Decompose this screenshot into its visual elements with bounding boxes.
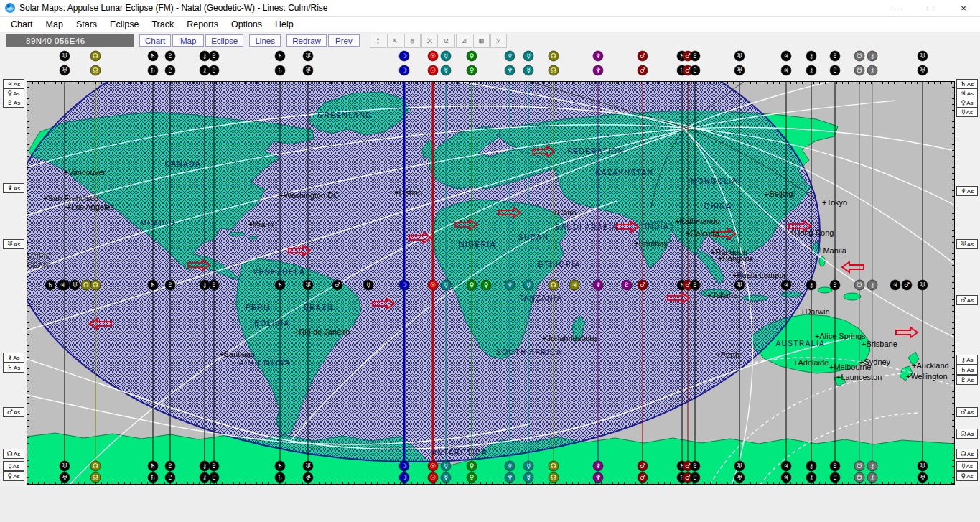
planet-glyph-badge: ☿ bbox=[441, 65, 451, 75]
planet-glyph-badge: ♂ bbox=[638, 461, 648, 471]
delete-lines-tool-button[interactable] bbox=[421, 34, 438, 48]
planet-glyph-badge: ♇ bbox=[830, 280, 840, 290]
planet-glyph-badge: ☽ bbox=[399, 65, 409, 75]
svg-text:☽: ☽ bbox=[401, 462, 407, 470]
close-button[interactable]: × bbox=[947, 0, 980, 16]
planet-glyph-badge: ♆ bbox=[593, 472, 603, 483]
svg-text:⚷: ⚷ bbox=[202, 67, 207, 74]
svg-text:♅: ♅ bbox=[920, 462, 925, 470]
planet-glyph-badge: ♄ bbox=[45, 280, 55, 290]
planet-glyph-badge: ☽ bbox=[399, 51, 409, 61]
planet-glyph-badge: ☿ bbox=[441, 280, 451, 290]
chart-button[interactable]: Chart bbox=[139, 34, 171, 47]
margin-angle-label: ☊As bbox=[956, 429, 978, 439]
country-label: SOUTH AFRICA bbox=[496, 348, 562, 356]
angle-abbreviation: As bbox=[967, 188, 974, 195]
planet-glyph-badge: ☿ bbox=[441, 51, 451, 61]
planet-glyph-badge: ♄ bbox=[148, 51, 158, 61]
svg-text:☋: ☋ bbox=[857, 281, 862, 289]
menu-item-help[interactable]: Help bbox=[269, 18, 300, 31]
world-map[interactable]: +Vancouver+San Francisco+Los Angeles+Was… bbox=[27, 49, 955, 487]
prev-button[interactable]: Prev bbox=[328, 34, 360, 47]
lines-button[interactable]: Lines bbox=[249, 34, 281, 47]
pan-view-tool-button[interactable] bbox=[456, 34, 472, 48]
report-grid-tool-button[interactable] bbox=[473, 34, 490, 48]
planet-glyph-badge: ♅ bbox=[734, 472, 745, 483]
planet-glyph-badge: ♅ bbox=[60, 472, 70, 483]
planet-glyph: ♆ bbox=[961, 188, 966, 195]
svg-text:♆: ♆ bbox=[507, 462, 513, 470]
svg-text:⚷: ⚷ bbox=[202, 474, 207, 481]
svg-text:♆: ♆ bbox=[507, 281, 513, 289]
menu-item-reports[interactable]: Reports bbox=[180, 18, 225, 31]
city-label: +Perth bbox=[716, 350, 739, 359]
planet-glyph-badge: ♃ bbox=[781, 51, 791, 61]
country-label: BRAZIL bbox=[304, 304, 335, 312]
svg-text:♇: ♇ bbox=[692, 52, 698, 60]
redraw-button[interactable]: Redraw bbox=[286, 34, 327, 47]
map-button[interactable]: Map bbox=[172, 34, 204, 47]
delete-lines-tool-icon bbox=[426, 34, 433, 48]
svg-text:♅: ♅ bbox=[737, 67, 742, 74]
menu-item-options[interactable]: Options bbox=[225, 18, 269, 31]
planet-glyph-badge: ☋ bbox=[854, 51, 864, 61]
city-label: +Vancouver bbox=[64, 168, 106, 177]
pan-view-tool-icon bbox=[461, 34, 467, 48]
planet-glyph-badge: ♇ bbox=[209, 65, 219, 75]
city-label: +Hong Kong bbox=[790, 228, 834, 237]
country-label: KAZAKHSTAN bbox=[596, 169, 654, 177]
pin-tool-button[interactable] bbox=[370, 34, 386, 48]
zoom-tool-button[interactable] bbox=[387, 34, 403, 48]
angle-abbreviation: As bbox=[966, 463, 973, 470]
city-label: +Bombay bbox=[634, 239, 668, 248]
titlebar: Solar Maps: Appulse Lunar Eclipse (FM) -… bbox=[0, 0, 980, 17]
planet-glyph-badge: ♄ bbox=[148, 461, 158, 471]
menu-item-chart[interactable]: Chart bbox=[4, 18, 39, 31]
margin-angle-label: ♂As bbox=[3, 407, 24, 417]
planet-glyph-badge: ♃ bbox=[781, 65, 791, 75]
svg-text:☿: ☿ bbox=[444, 281, 448, 289]
planet-glyph-badge: ♅ bbox=[734, 280, 745, 290]
svg-text:♇: ♇ bbox=[692, 67, 698, 74]
angle-abbreviation: As bbox=[967, 377, 974, 383]
svg-text:♆: ♆ bbox=[595, 462, 601, 470]
margin-angle-label: ♆As bbox=[956, 186, 978, 196]
planet-glyph-badge: ♄ bbox=[275, 461, 285, 471]
planet-glyph: ♂ bbox=[961, 297, 966, 304]
svg-text:☉: ☉ bbox=[430, 67, 436, 74]
planet-glyph-badge: ⚷ bbox=[867, 65, 877, 75]
svg-text:☋: ☋ bbox=[857, 474, 862, 481]
pan-hand-tool-button[interactable] bbox=[404, 34, 421, 48]
planet-glyph-badge: ♇ bbox=[830, 461, 840, 471]
lines-button-group: Lines bbox=[249, 34, 281, 47]
maximize-button[interactable]: □ bbox=[914, 0, 947, 16]
menu-item-map[interactable]: Map bbox=[39, 18, 70, 31]
svg-text:♇: ♇ bbox=[624, 281, 630, 289]
svg-text:♀: ♀ bbox=[470, 281, 475, 289]
zoom-extents-tool-button[interactable] bbox=[439, 34, 455, 48]
svg-text:⚷: ⚷ bbox=[202, 281, 207, 289]
angle-abbreviation: As bbox=[14, 365, 20, 371]
svg-text:☿: ☿ bbox=[444, 474, 448, 481]
menu-item-stars[interactable]: Stars bbox=[70, 18, 103, 31]
svg-text:☊: ☊ bbox=[551, 52, 556, 60]
country-label: VENEZUELA bbox=[253, 268, 306, 276]
planet-glyph-badge: ⚷ bbox=[867, 461, 877, 471]
svg-text:♅: ♅ bbox=[62, 52, 67, 60]
country-label: CANADA bbox=[165, 160, 202, 168]
menu-item-eclipse[interactable]: Eclipse bbox=[103, 18, 145, 31]
svg-text:☿: ☿ bbox=[444, 52, 448, 60]
svg-text:☊: ☊ bbox=[93, 281, 98, 289]
minimize-button[interactable]: – bbox=[881, 0, 914, 16]
coordinate-display: 89N40 056E46 bbox=[6, 34, 134, 47]
planet-glyph-badge: ⚷ bbox=[867, 472, 877, 483]
planet-glyph-badge: ☊ bbox=[549, 472, 559, 483]
svg-text:☉: ☉ bbox=[430, 462, 436, 470]
planet-glyph: ♃ bbox=[7, 81, 13, 88]
menu-item-track[interactable]: Track bbox=[145, 18, 180, 31]
svg-text:♇: ♇ bbox=[832, 462, 838, 470]
margin-angle-label: ☿As bbox=[956, 461, 978, 471]
eclipse-button[interactable]: Eclipse bbox=[205, 34, 243, 47]
line-tools-button[interactable] bbox=[490, 34, 507, 48]
svg-text:☋: ☋ bbox=[857, 52, 862, 60]
